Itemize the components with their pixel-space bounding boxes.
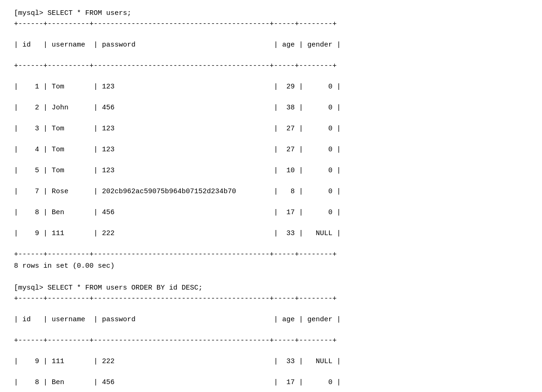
query2-table: +------+----------+---------------------… <box>14 294 528 392</box>
query2-row-1: | 9 | 111 | 222 | 33 | NULL | <box>14 357 528 367</box>
query1-row-7: | 8 | Ben | 456 | 17 | 0 | <box>14 208 528 218</box>
query1-row-8: | 9 | 111 | 222 | 33 | NULL | <box>14 229 528 239</box>
query1-table: +------+----------+---------------------… <box>14 19 528 260</box>
query1-sep-bot: +------+----------+---------------------… <box>14 250 528 260</box>
query1-sep-top: +------+----------+---------------------… <box>14 19 528 30</box>
query1-row-6: | 7 | Rose | 202cb962ac59075b964b07152d2… <box>14 187 528 197</box>
query1-row-2: | 2 | John | 456 | 38 | 0 | <box>14 103 528 114</box>
query1-row-5: | 5 | Tom | 123 | 10 | 0 | <box>14 166 528 176</box>
query1-result: 8 rows in set (0.00 sec) <box>14 262 528 270</box>
query1-header: | id | username | password | age | gende… <box>14 40 528 51</box>
query2-sep-mid: +------+----------+---------------------… <box>14 336 528 346</box>
query2-command: [mysql> SELECT * FROM users ORDER BY id … <box>14 284 528 292</box>
query1-row-1: | 1 | Tom | 123 | 29 | 0 | <box>14 82 528 93</box>
query1-command: [mysql> SELECT * FROM users; <box>14 9 528 17</box>
query1-block: [mysql> SELECT * FROM users; +------+---… <box>14 9 528 270</box>
query2-sep-top: +------+----------+---------------------… <box>14 294 528 304</box>
query2-row-2: | 8 | Ben | 456 | 17 | 0 | <box>14 378 528 388</box>
query2-header: | id | username | password | age | gende… <box>14 315 528 325</box>
query1-sep-mid: +------+----------+---------------------… <box>14 61 528 72</box>
query2-block: [mysql> SELECT * FROM users ORDER BY id … <box>14 284 528 392</box>
query1-row-4: | 4 | Tom | 123 | 27 | 0 | <box>14 145 528 155</box>
terminal-output: [mysql> SELECT * FROM users; +------+---… <box>14 9 528 392</box>
query1-row-3: | 3 | Tom | 123 | 27 | 0 | <box>14 124 528 135</box>
